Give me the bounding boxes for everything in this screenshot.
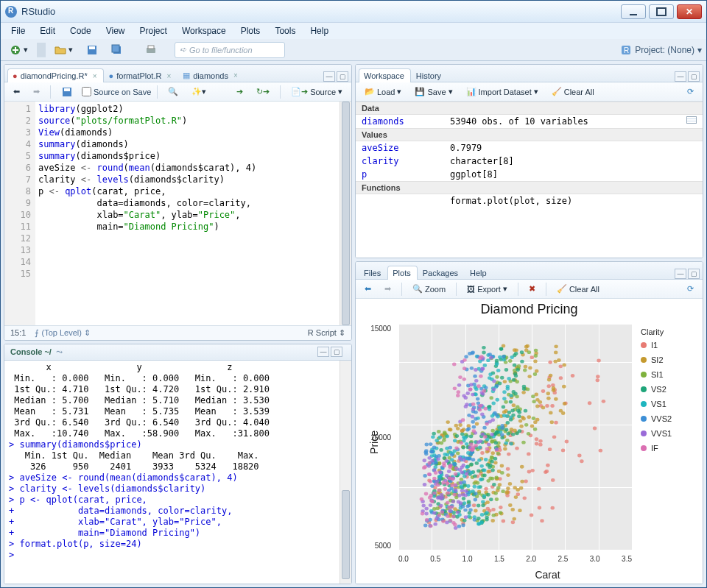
workspace-row[interactable]: claritycharacter[8] (356, 155, 703, 168)
source-tab[interactable]: ▦diamonds× (177, 68, 245, 82)
plot-prev-button[interactable]: ⬅ (360, 281, 376, 297)
svg-point-864 (421, 512, 424, 516)
pane-minimize-button[interactable]: — (323, 71, 335, 82)
pane-maximize-button[interactable]: ▢ (688, 71, 700, 82)
plots-tab[interactable]: Packages (418, 266, 465, 280)
svg-point-415 (490, 469, 494, 472)
pane-maximize-button[interactable]: ▢ (688, 269, 700, 279)
svg-point-405 (461, 446, 465, 450)
menu-file[interactable]: File (5, 24, 31, 38)
scope-selector[interactable]: ⨍ (Top Level) ⇕ (35, 328, 91, 338)
svg-rect-2 (89, 46, 95, 49)
minimize-button[interactable] (621, 4, 646, 19)
editor-scrollbar[interactable] (340, 102, 351, 325)
svg-point-735 (495, 384, 499, 388)
menu-tools[interactable]: Tools (269, 24, 301, 38)
open-file-button[interactable]: ▾ (50, 41, 77, 59)
refresh-button[interactable]: ⟳ (683, 84, 698, 99)
print-button[interactable] (141, 41, 161, 59)
project-selector[interactable]: R Project: (None) ▾ (620, 44, 702, 56)
new-file-button[interactable]: ▾ (5, 41, 32, 59)
zoom-button[interactable]: 🔍 Zoom (408, 281, 450, 297)
pane-maximize-button[interactable]: ▢ (331, 347, 342, 357)
console[interactable]: x y z Min. : 0.000 Min. : 0.000 Min. : 0… (4, 361, 351, 584)
grid-icon[interactable] (686, 116, 697, 124)
close-tab-icon[interactable]: × (93, 72, 97, 80)
plots-tab[interactable]: Files (359, 266, 387, 280)
close-tab-icon[interactable]: × (166, 72, 171, 80)
menu-workspace[interactable]: Workspace (176, 24, 232, 38)
chart-title: Diamond Pricing (356, 299, 703, 317)
svg-point-815 (460, 489, 464, 493)
back-button[interactable]: ⬅ (9, 84, 24, 99)
menu-help[interactable]: Help (304, 24, 334, 38)
maximize-button[interactable] (649, 4, 674, 19)
save-all-button[interactable] (107, 41, 127, 59)
console-scrollbar[interactable] (340, 361, 351, 584)
plots-tab[interactable]: Plots (387, 266, 417, 280)
svg-point-900 (424, 492, 428, 496)
menu-project[interactable]: Project (134, 24, 173, 38)
svg-point-376 (517, 364, 521, 368)
clear-plots-button[interactable]: 🧹 Clear All (552, 281, 604, 297)
goto-file-input[interactable]: ➪Go to file/function (175, 42, 285, 58)
source-on-save-checkbox[interactable]: Source on Save (82, 87, 151, 96)
plots-tab[interactable]: Help (465, 266, 493, 280)
console-dropdown-icon[interactable]: ⤳ (56, 347, 63, 357)
import-dataset-button[interactable]: 📊 Import Dataset▾ (462, 84, 543, 99)
svg-point-538 (479, 478, 482, 481)
workspace-row[interactable]: format.plot(plot, size) (356, 194, 703, 208)
svg-point-650 (488, 372, 492, 376)
svg-point-237 (503, 380, 507, 383)
svg-point-535 (495, 359, 499, 363)
close-button[interactable] (677, 4, 702, 19)
refresh-plots-button[interactable]: ⟳ (683, 281, 698, 297)
pane-maximize-button[interactable]: ▢ (337, 71, 348, 82)
svg-point-375 (508, 359, 512, 363)
run-line-button[interactable]: ➔ (232, 84, 247, 99)
svg-rect-10 (64, 88, 70, 91)
pane-minimize-button[interactable]: — (675, 269, 686, 279)
svg-point-99 (554, 421, 557, 425)
pane-minimize-button[interactable]: — (675, 71, 686, 82)
pane-minimize-button[interactable]: — (317, 347, 329, 357)
workspace-row[interactable]: aveSize0.7979 (356, 141, 703, 155)
svg-point-283 (490, 456, 493, 459)
svg-point-655 (509, 394, 513, 397)
load-button[interactable]: 📂 Load▾ (360, 84, 406, 99)
svg-point-698 (462, 481, 466, 484)
export-button[interactable]: 🖼 Export▾ (462, 281, 512, 297)
svg-point-361 (489, 396, 493, 400)
menu-code[interactable]: Code (64, 24, 97, 38)
clear-all-button[interactable]: 🧹 Clear All (547, 84, 599, 99)
svg-point-528 (513, 392, 517, 396)
code-editor[interactable]: library(ggplot2)source("plots/formatPlot… (35, 102, 351, 325)
save-workspace-button[interactable]: 💾 Save▾ (410, 84, 457, 99)
forward-button[interactable]: ➡ (29, 84, 44, 99)
workspace-row[interactable]: pggplot[8] (356, 168, 703, 181)
workspace-tab[interactable]: Workspace (359, 68, 411, 82)
workspace-row[interactable]: diamonds53940 obs. of 10 variables (356, 115, 703, 128)
rerun-button[interactable]: ↻➔ (252, 84, 274, 99)
svg-point-502 (502, 405, 505, 409)
remove-plot-button[interactable]: ✖ (524, 281, 540, 297)
file-type-selector[interactable]: R Script ⇕ (308, 328, 345, 338)
source-tab[interactable]: ●diamondPricing.R*× (7, 68, 104, 82)
svg-point-494 (482, 351, 485, 355)
source-button[interactable]: 📄➔ Source ▾ (286, 84, 347, 99)
svg-point-110 (593, 427, 597, 431)
menu-edit[interactable]: Edit (34, 24, 61, 38)
find-button[interactable]: 🔍 (163, 84, 183, 99)
wand-button[interactable]: ✨▾ (187, 84, 211, 99)
menu-view[interactable]: View (100, 24, 131, 38)
workspace-tab[interactable]: History (411, 68, 448, 82)
svg-point-903 (485, 447, 489, 451)
svg-point-924 (453, 387, 457, 391)
plot-next-button[interactable]: ➡ (380, 281, 395, 297)
save-button[interactable] (82, 41, 102, 59)
svg-point-186 (474, 509, 477, 513)
menu-plots[interactable]: Plots (235, 24, 267, 38)
close-tab-icon[interactable]: × (233, 71, 238, 79)
save-file-button[interactable] (57, 83, 77, 101)
source-tab[interactable]: ●formatPlot.R× (104, 68, 178, 82)
